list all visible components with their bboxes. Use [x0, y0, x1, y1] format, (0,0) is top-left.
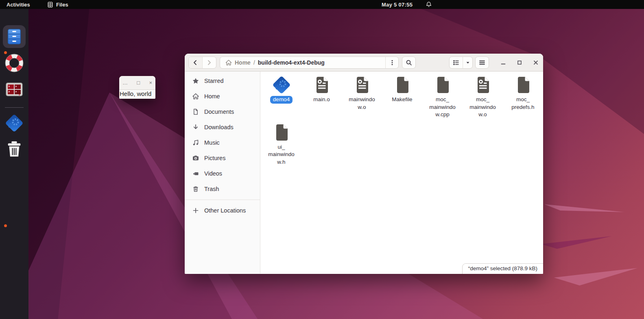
terminator-terminal-icon [4, 80, 24, 99]
file-label: main.o [310, 96, 333, 104]
hamburger-icon [479, 59, 485, 66]
path-options-button[interactable] [385, 57, 398, 68]
file-item[interactable]: demo4 [261, 75, 301, 119]
file-item[interactable]: main.o [301, 75, 342, 119]
hello-world-text: Hello, world [119, 90, 155, 98]
window-controls [500, 54, 539, 72]
headerbar[interactable]: Home / build-demo4-ext4-Debug [185, 54, 543, 72]
hamburger-menu-button[interactable] [475, 56, 489, 69]
blue-diamond-gear-icon [4, 113, 24, 133]
hello-window-titlebar[interactable]: … □ × [119, 76, 155, 90]
dock-item-trash[interactable] [3, 138, 26, 161]
view-toggle-split-button [449, 56, 473, 69]
hello-world-window: … □ × Hello, world [119, 76, 155, 99]
file-item[interactable]: mainwindo w.o [342, 75, 382, 119]
sidebar-item-icon [192, 93, 199, 100]
file-item[interactable]: ui_ mainwindo w.h [261, 123, 301, 166]
sidebar-item[interactable]: Trash [185, 181, 260, 197]
dock-item-terminal[interactable] [3, 78, 26, 101]
back-button[interactable] [189, 57, 203, 68]
sidebar-item-label: Videos [204, 170, 222, 177]
home-icon [225, 59, 232, 66]
file-icon [433, 75, 452, 95]
sidebar-item-label: Starred [204, 78, 224, 84]
file-icon [272, 75, 291, 95]
dock [0, 9, 28, 319]
kebab-menu-icon [389, 59, 395, 66]
dock-separator [5, 107, 24, 108]
running-indicator [4, 224, 7, 227]
sidebar-item-label: Pictures [204, 155, 225, 161]
sidebar-item-icon [192, 170, 199, 177]
focused-app-menu[interactable]: Files [47, 2, 68, 8]
sidebar-item[interactable]: Documents [185, 104, 260, 119]
file-item[interactable]: moc_ mainwindo w.o [463, 75, 503, 119]
path-separator: / [253, 59, 255, 66]
file-label: demo4 [270, 96, 293, 104]
file-icon [513, 75, 533, 95]
search-icon [406, 59, 412, 66]
files-window: Home / build-demo4-ext4-Debug [185, 54, 543, 274]
forward-button[interactable] [203, 57, 216, 68]
file-icon [393, 75, 412, 95]
clock[interactable]: May 5 07:55 [382, 2, 413, 8]
file-icon [272, 123, 291, 142]
dock-item-demo4-app[interactable] [3, 112, 26, 135]
file-icon [352, 75, 372, 95]
path-bar[interactable]: Home / build-demo4-ext4-Debug [220, 56, 399, 69]
sidebar-item[interactable]: Downloads [185, 119, 260, 135]
minimize-icon [500, 59, 506, 66]
activities-button[interactable]: Activities [0, 2, 37, 8]
close-icon[interactable]: × [149, 80, 152, 85]
sidebar-item-label: Trash [204, 186, 219, 192]
sidebar-item-icon [192, 186, 199, 192]
file-icon [473, 75, 493, 95]
dock-item-help[interactable] [3, 52, 26, 74]
plus-icon [192, 207, 199, 214]
sidebar-item-icon [192, 78, 199, 84]
file-grid[interactable]: demo4 main.o mainwindo w.o Makefile [260, 72, 543, 273]
close-button[interactable] [533, 59, 539, 66]
notification-bell-icon[interactable] [426, 1, 432, 8]
places-sidebar: Starred Home Documents Downloads [185, 72, 260, 273]
list-view-button[interactable] [450, 57, 463, 68]
file-label: mainwindo w.o [346, 96, 378, 111]
maximize-icon [516, 59, 523, 66]
maximize-icon[interactable]: □ [137, 80, 140, 85]
sidebar-item-label: Music [204, 139, 220, 146]
nav-button-group [188, 56, 216, 69]
sidebar-item-label: Other Locations [204, 207, 246, 214]
path-segment-current[interactable]: build-demo4-ext4-Debug [258, 59, 325, 66]
window-menu-icon[interactable]: … [122, 80, 128, 85]
file-label: moc_ mainwindo w.o [467, 96, 499, 119]
sidebar-item-label: Downloads [204, 124, 234, 130]
maximize-button[interactable] [516, 59, 523, 66]
sidebar-item-icon [192, 155, 199, 161]
trash-can-icon [5, 140, 24, 158]
minimize-button[interactable] [500, 59, 506, 66]
close-icon [533, 59, 539, 66]
forward-icon [206, 59, 212, 66]
sidebar-item-label: Home [204, 93, 220, 100]
sidebar-item[interactable]: Videos [185, 166, 260, 181]
dock-item-files[interactable] [3, 25, 26, 48]
sidebar-item-label: Documents [204, 109, 234, 115]
search-button[interactable] [402, 56, 416, 69]
sidebar-item[interactable]: Music [185, 135, 260, 150]
file-label: moc_ predefs.h [509, 96, 537, 111]
path-segment-home[interactable]: Home [235, 59, 251, 66]
sidebar-item[interactable]: Home [185, 89, 260, 104]
file-item[interactable]: Makefile [382, 75, 422, 119]
file-icon [312, 75, 332, 95]
sidebar-divider [185, 200, 260, 200]
sidebar-item[interactable]: Starred [185, 73, 260, 89]
top-bar: Activities Files May 5 07:55 [0, 0, 644, 9]
sidebar-item[interactable]: Pictures [185, 150, 260, 166]
file-item[interactable]: moc_ mainwindo w.cpp [422, 75, 463, 119]
sidebar-item-other-locations[interactable]: Other Locations [185, 203, 260, 218]
file-item[interactable]: moc_ predefs.h [503, 75, 543, 119]
selection-status-bar: “demo4” selected (878.9 kB) [462, 263, 543, 274]
view-options-dropdown[interactable] [463, 57, 472, 68]
files-app-icon [47, 2, 53, 8]
sidebar-item-icon [192, 124, 199, 130]
